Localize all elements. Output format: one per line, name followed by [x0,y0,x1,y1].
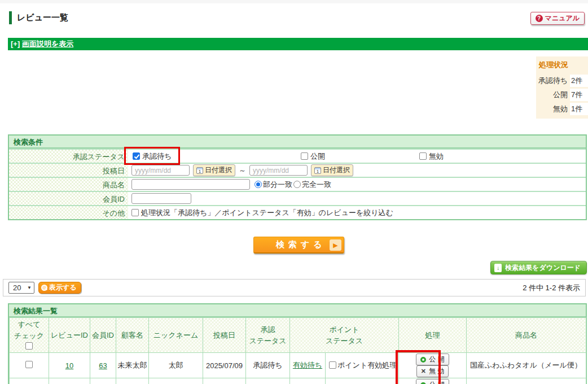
search-row-member-id: 会員ID [9,191,586,205]
status-row-invalid: 無効 1件 [538,103,588,115]
date-picker-label: 日付選択 [323,165,350,175]
point-activate-checkbox[interactable]: ポイント有効処理 [329,360,397,370]
search-submit-button[interactable]: 検索する ▶ [253,237,344,254]
product-name-cell: デニムシューズ [467,378,586,384]
page-size-select[interactable]: 20 ▼ [8,282,34,294]
publish-button[interactable]: 公 開 [416,354,449,365]
calendar-icon: 1 [314,167,321,174]
radio-partial-match[interactable]: 部分一致 [254,180,292,190]
search-conditions-title: 検索条件 [9,136,586,149]
approval-status-label: 承認ステータス [9,150,128,163]
pagination-bar: 20 ▼ 表示する 2 件中 1-2 件表示 [3,279,586,296]
posted-date-cell: 2022/06/01 [203,378,246,384]
other-label: その他 [9,206,128,219]
point-activate-checkbox-box[interactable] [329,361,336,369]
member-id-label: 会員ID [9,192,128,205]
radio-partial-match-dot[interactable] [254,181,262,188]
status-label: 公開 [538,90,570,100]
point-activate-label: ポイント有効処理 [337,360,397,370]
cross-icon: ✕ [421,368,426,375]
row-checkbox[interactable] [25,361,33,368]
header-product: 商品名 [467,318,586,353]
header-posted: 投稿日 [203,318,246,353]
calendar-icon: 1 [196,167,203,174]
checkbox-invalid[interactable]: 無効 [419,151,444,162]
radio-partial-match-label: 部分一致 [263,180,292,190]
search-results-title: 検索結果一覧 [9,304,586,317]
point-status-link[interactable]: 有効待ち [293,361,322,369]
member-id-input[interactable] [131,193,191,204]
publish-circle-icon [420,357,426,363]
status-count: 2件 [570,75,588,87]
checkbox-public-box[interactable] [301,152,308,160]
header-point-status: ポイント ステータス [290,318,399,353]
download-results-button[interactable]: ↓ 検索結果をダウンロード [490,261,587,274]
help-toggle-banner[interactable]: [+] 画面説明を表示 [8,38,588,50]
status-count: 7件 [570,89,588,101]
publish-circle-icon [420,382,426,384]
date-picker-label: 日付選択 [205,165,232,175]
post-date-from-input[interactable] [131,165,190,176]
show-button[interactable]: 表示する [38,282,81,294]
post-date-label: 投稿日 [9,164,128,177]
nickname-cell: taro [149,378,203,384]
publish-button-label: 公 開 [429,380,444,384]
invalidate-button[interactable]: ✕ 無 効 [416,365,449,377]
publish-button[interactable]: 公 開 [416,379,449,384]
checkbox-pending-box[interactable] [133,152,140,160]
post-date-to-input[interactable] [249,165,308,176]
product-name-label: 商品名 [9,178,128,191]
nickname-cell: 太郎 [149,353,203,378]
page-size-value: 20 [13,283,21,292]
check-all-checkbox[interactable] [25,342,33,350]
arrow-right-icon: ▶ [330,239,341,251]
checkbox-filter-other[interactable]: 処理状況「承認待ち」／ポイントステータス「有効」のレビューを絞り込む [131,208,393,218]
download-results-label: 検索結果をダウンロード [505,263,581,273]
posted-date-cell: 2025/07/09 [203,353,246,378]
header-review-id: レビューID [49,318,90,353]
status-row-public: 公開 7件 [538,89,588,101]
radio-exact-match-label: 完全一致 [302,180,331,190]
search-results-panel: 検索結果一覧 すべて チェック レビューID 会員ID 顧客名 ニックネーム 投… [8,303,587,384]
table-row: 10 63 未来太郎 太郎 2025/07/09 承認待ち 有効待ち ポイント有… [10,353,586,378]
checkbox-invalid-box[interactable] [419,152,427,160]
search-icon [41,285,47,291]
manual-button[interactable]: ? マニュアル [530,12,585,25]
product-name-input[interactable] [131,179,250,190]
search-row-approval-status: 承認ステータス 承認待ち 公開 無効 [9,149,586,163]
status-label: 承認待ち [538,76,570,86]
header-check-all-label: すべて チェック [11,319,47,341]
date-picker-to-button[interactable]: 1 日付選択 [311,164,353,176]
radio-exact-match[interactable]: 完全一致 [293,180,331,190]
status-summary: 処理状況 承認待ち 2件 公開 7件 無効 1件 [536,56,588,119]
date-picker-from-button[interactable]: 1 日付選択 [193,164,235,176]
member-id-link[interactable]: 63 [99,361,107,370]
checkbox-pending[interactable]: 承認待ち [133,151,172,162]
header-check-all: すべて チェック [10,318,49,353]
publish-button-label: 公 開 [429,355,444,364]
search-row-other: その他 処理状況「承認待ち」／ポイントステータス「有効」のレビューを絞り込む [9,205,586,219]
status-label: 無効 [538,104,570,114]
checkbox-invalid-label: 無効 [429,151,444,162]
download-file-icon: ↓ [494,264,502,272]
header-nickname: ニックネーム [149,318,203,353]
manual-label: マニュアル [545,14,580,23]
help-toggle-link[interactable]: 画面説明を表示 [22,40,73,48]
status-count: 1件 [570,103,588,115]
search-row-post-date: 投稿日 1 日付選択 ～ 1 日付選択 [9,163,586,177]
help-toggle-prefix: [+] [11,40,22,48]
question-icon: ? [536,15,543,22]
header-action: 処理 [399,318,467,353]
status-summary-title: 処理状況 [538,58,588,73]
checkbox-filter-other-label: 処理状況「承認待ち」／ポイントステータス「有効」のレビューを絞り込む [141,208,393,218]
results-table: すべて チェック レビューID 会員ID 顧客名 ニックネーム 投稿日 承認 ス… [9,317,586,384]
checkbox-filter-other-box[interactable] [131,209,139,216]
result-count-text: 2 件中 1-2 件表示 [523,283,580,293]
results-header-row: すべて チェック レビューID 会員ID 顧客名 ニックネーム 投稿日 承認 ス… [10,318,586,353]
status-row-pending: 承認待ち 2件 [538,75,588,87]
search-row-product-name: 商品名 部分一致 完全一致 [9,177,586,191]
review-id-link[interactable]: 10 [65,361,73,370]
approval-status-cell: 承認待ち [246,378,290,384]
checkbox-public[interactable]: 公開 [301,151,325,162]
radio-exact-match-dot[interactable] [293,181,301,188]
